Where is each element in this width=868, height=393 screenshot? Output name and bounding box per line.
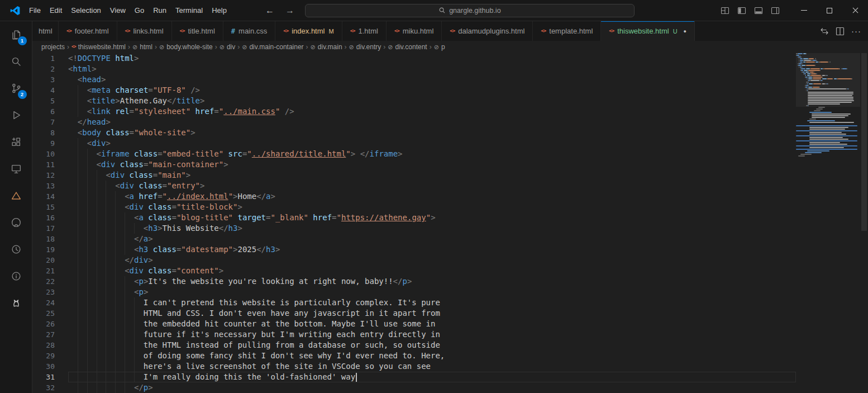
line-number[interactable]: 12 [32, 170, 55, 181]
vertical-scrollbar[interactable] [860, 53, 868, 393]
line-number[interactable]: 15 [32, 202, 55, 212]
code-line[interactable]: 32 </p> [32, 382, 796, 393]
line-number[interactable]: 4 [32, 85, 55, 96]
breadcrumb-div-content[interactable]: ⊘div.content [388, 43, 427, 51]
line-number[interactable]: 1 [32, 53, 55, 64]
maximize-button[interactable] [817, 0, 842, 21]
code-line[interactable]: 28 the HTML instead of pulling from a da… [32, 340, 796, 351]
line-number[interactable]: 13 [32, 181, 55, 191]
forward-arrow-icon[interactable]: → [280, 6, 299, 16]
line-number[interactable]: 29 [32, 351, 55, 361]
line-number[interactable]: 9 [32, 138, 55, 149]
split-editor-icon[interactable] [836, 27, 845, 36]
code-line[interactable]: 22 <p>It's the website you're looking at… [32, 276, 796, 287]
tab-footer.html[interactable]: <>footer.html [59, 21, 117, 41]
timeline-icon[interactable] [3, 236, 30, 263]
code-line[interactable]: 20 </div> [32, 255, 796, 266]
tab-html[interactable]: html [32, 21, 59, 41]
breadcrumb-div-entry[interactable]: ⊘div.entry [349, 43, 381, 51]
code-line[interactable]: 21 <div class="content"> [32, 266, 796, 276]
tab-title.html[interactable]: <>title.html [172, 21, 223, 41]
code-lines[interactable]: 1<!DOCTYPE html>2<html>3 <head>4 <meta c… [32, 53, 796, 393]
code-line[interactable]: 31 I'm really doing this the 'old-fashio… [32, 372, 796, 382]
code-line[interactable]: 10 <iframe class="embed-title" src="../s… [32, 149, 796, 159]
more-actions-icon[interactable]: ··· [851, 26, 861, 36]
code-line[interactable]: 13 <div class="entry"> [32, 181, 796, 191]
tab-main.css[interactable]: #main.css [223, 21, 276, 41]
source-control-icon[interactable]: 2 [3, 75, 30, 102]
back-arrow-icon[interactable]: ← [260, 6, 279, 16]
remote-explorer-icon[interactable] [3, 155, 30, 182]
code-line[interactable]: 17 <h3>This Website</h3> [32, 223, 796, 234]
line-number[interactable]: 19 [32, 244, 55, 255]
line-number[interactable]: 24 [32, 297, 55, 308]
tab-thiswebsite.html[interactable]: <>thiswebsite.htmlU● [601, 21, 695, 41]
code-line[interactable]: 29 of doing some fancy shit I don't see … [32, 351, 796, 361]
code-line[interactable]: 5 <title>Athene.Gay</title> [32, 96, 796, 106]
code-line[interactable]: 9 <div> [32, 138, 796, 149]
line-number[interactable]: 30 [32, 361, 55, 372]
code-line[interactable]: 25 HTML and CSS. I don't even have any j… [32, 308, 796, 319]
menu-help[interactable]: Help [207, 4, 231, 17]
line-number[interactable]: 27 [32, 329, 55, 340]
toggle-primary-sidebar-icon[interactable] [735, 4, 748, 17]
breadcrumb-thiswebsite-html[interactable]: <>thiswebsite.html [71, 43, 126, 51]
code-line[interactable]: 1<!DOCTYPE html> [32, 53, 796, 64]
tab-1.html[interactable]: <>1.html [342, 21, 387, 41]
tab-links.html[interactable]: <>links.html [117, 21, 172, 41]
line-number[interactable]: 31 [32, 372, 55, 382]
search-icon[interactable] [3, 48, 30, 75]
line-number[interactable]: 23 [32, 287, 55, 297]
line-number[interactable]: 2 [32, 64, 55, 74]
tab-miku.html[interactable]: <>miku.html [387, 21, 442, 41]
minimap[interactable] [796, 53, 860, 393]
run-debug-icon[interactable] [3, 102, 30, 129]
menu-go[interactable]: Go [130, 4, 149, 17]
breadcrumb-projects[interactable]: projects [41, 43, 65, 51]
line-number[interactable]: 3 [32, 74, 55, 85]
line-number[interactable]: 6 [32, 106, 55, 117]
line-number[interactable]: 18 [32, 234, 55, 244]
code-line[interactable]: 11 <div class="main-container"> [32, 159, 796, 170]
code-line[interactable]: 24 I can't pretend this website is parti… [32, 297, 796, 308]
line-number[interactable]: 11 [32, 159, 55, 170]
menu-terminal[interactable]: Terminal [171, 4, 207, 17]
line-number[interactable]: 7 [32, 117, 55, 127]
pet-extension-icon[interactable] [3, 290, 30, 316]
line-number[interactable]: 28 [32, 340, 55, 351]
toggle-panel-icon[interactable] [752, 4, 765, 17]
line-number[interactable]: 16 [32, 212, 55, 223]
info-extension-icon[interactable] [3, 263, 30, 290]
customize-layout-icon[interactable] [718, 4, 732, 17]
command-center[interactable]: gnargle.github.io [305, 4, 635, 17]
tab-template.html[interactable]: <>template.html [533, 21, 601, 41]
scrollbar-thumb[interactable] [861, 53, 867, 231]
code-line[interactable]: 30 here's a live screenshot of the site … [32, 361, 796, 372]
line-number[interactable]: 8 [32, 127, 55, 138]
tab-dalamudplugins.html[interactable]: <>dalamudplugins.html [442, 21, 533, 41]
menu-file[interactable]: File [25, 4, 45, 17]
line-number[interactable]: 26 [32, 319, 55, 329]
minimap-slider[interactable] [796, 53, 860, 107]
code-line[interactable]: 12 <div class="main"> [32, 170, 796, 181]
menu-edit[interactable]: Edit [45, 4, 66, 17]
breadcrumb-div-main[interactable]: ⊘div.main [311, 43, 342, 51]
code-line[interactable]: 3 <head> [32, 74, 796, 85]
github-icon[interactable] [3, 209, 30, 236]
line-number[interactable]: 10 [32, 149, 55, 159]
dirty-indicator-icon[interactable]: ● [684, 29, 686, 34]
code-line[interactable]: 15 <div class="title-block"> [32, 202, 796, 212]
minimize-button[interactable] [791, 0, 817, 21]
code-line[interactable]: 19 <h3 class="datestamp">2025</h3> [32, 244, 796, 255]
code-line[interactable]: 2<html> [32, 64, 796, 74]
line-number[interactable]: 20 [32, 255, 55, 266]
menu-view[interactable]: View [106, 4, 130, 17]
code-line[interactable]: 8 <body class="whole-site"> [32, 127, 796, 138]
close-button[interactable] [842, 0, 868, 21]
triangle-extension-icon[interactable] [3, 182, 30, 209]
breadcrumb-html[interactable]: ⊘html [132, 43, 152, 51]
breadcrumb-div[interactable]: ⊘div [220, 43, 236, 51]
menu-selection[interactable]: Selection [66, 4, 105, 17]
code-line[interactable]: 14 <a href="../index.html">Home</a> [32, 191, 796, 202]
code-line[interactable]: 16 <a class="blog-title" target="_blank"… [32, 212, 796, 223]
